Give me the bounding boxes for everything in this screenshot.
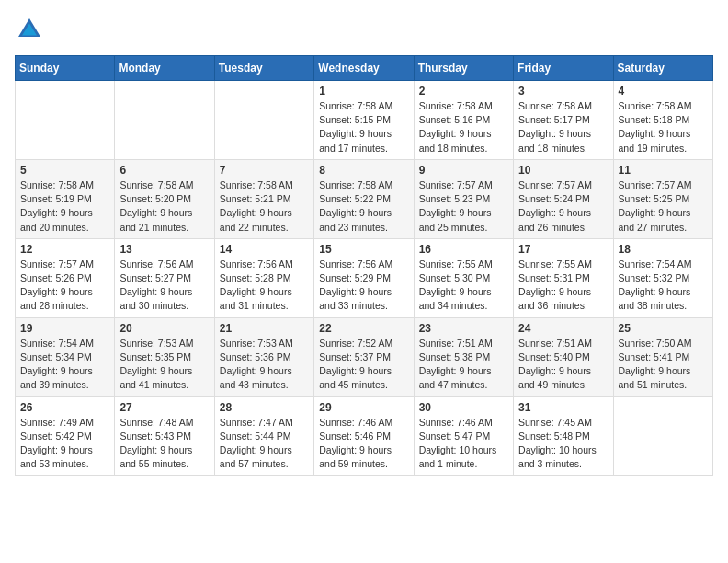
day-info: Sunrise: 7:58 AMSunset: 5:17 PMDaylight:…	[518, 99, 608, 155]
calendar-day-cell: 14Sunrise: 7:56 AMSunset: 5:28 PMDayligh…	[214, 238, 313, 317]
day-info: Sunrise: 7:56 AMSunset: 5:27 PMDaylight:…	[119, 258, 209, 314]
day-info: Sunrise: 7:57 AMSunset: 5:24 PMDaylight:…	[518, 178, 608, 235]
day-number: 4	[619, 85, 708, 98]
calendar-day-cell: 29Sunrise: 7:46 AMSunset: 5:46 PMDayligh…	[314, 396, 414, 476]
calendar-day-cell: 7Sunrise: 7:58 AMSunset: 5:21 PMDaylight…	[214, 159, 313, 238]
day-info: Sunrise: 7:58 AMSunset: 5:18 PMDaylight:…	[619, 99, 708, 155]
calendar-week-row: 19Sunrise: 7:54 AMSunset: 5:34 PMDayligh…	[16, 317, 713, 396]
calendar-day-cell: 10Sunrise: 7:57 AMSunset: 5:24 PMDayligh…	[514, 159, 613, 238]
day-number: 19	[20, 322, 109, 335]
day-number: 16	[419, 243, 508, 256]
day-of-week-header: Saturday	[613, 56, 712, 81]
day-number: 27	[119, 401, 209, 414]
day-info: Sunrise: 7:45 AMSunset: 5:48 PMDaylight:…	[518, 416, 608, 472]
day-number: 2	[419, 85, 508, 98]
calendar-day-cell: 15Sunrise: 7:56 AMSunset: 5:29 PMDayligh…	[314, 238, 414, 317]
calendar-day-cell: 11Sunrise: 7:57 AMSunset: 5:25 PMDayligh…	[613, 159, 712, 238]
day-info: Sunrise: 7:55 AMSunset: 5:30 PMDaylight:…	[419, 258, 508, 314]
day-number: 29	[319, 401, 408, 414]
day-of-week-header: Tuesday	[214, 56, 313, 81]
day-number: 25	[619, 322, 708, 335]
day-number: 30	[419, 401, 508, 414]
day-info: Sunrise: 7:51 AMSunset: 5:40 PMDaylight:…	[518, 337, 608, 393]
calendar-day-cell: 28Sunrise: 7:47 AMSunset: 5:44 PMDayligh…	[214, 396, 313, 476]
day-info: Sunrise: 7:58 AMSunset: 5:22 PMDaylight:…	[319, 178, 408, 235]
day-info: Sunrise: 7:58 AMSunset: 5:19 PMDaylight:…	[20, 178, 109, 235]
day-number: 1	[319, 85, 408, 98]
day-info: Sunrise: 7:56 AMSunset: 5:29 PMDaylight:…	[319, 258, 408, 314]
calendar-day-cell: 18Sunrise: 7:54 AMSunset: 5:32 PMDayligh…	[613, 238, 712, 317]
day-info: Sunrise: 7:57 AMSunset: 5:23 PMDaylight:…	[419, 178, 508, 235]
day-number: 3	[518, 85, 608, 98]
calendar-day-cell: 13Sunrise: 7:56 AMSunset: 5:27 PMDayligh…	[115, 238, 214, 317]
day-number: 21	[220, 322, 309, 335]
calendar-day-cell: 17Sunrise: 7:55 AMSunset: 5:31 PMDayligh…	[514, 238, 613, 317]
calendar-day-cell: 31Sunrise: 7:45 AMSunset: 5:48 PMDayligh…	[514, 396, 613, 476]
calendar-day-cell: 19Sunrise: 7:54 AMSunset: 5:34 PMDayligh…	[16, 317, 115, 396]
calendar-day-cell: 9Sunrise: 7:57 AMSunset: 5:23 PMDaylight…	[414, 159, 513, 238]
calendar-day-cell: 24Sunrise: 7:51 AMSunset: 5:40 PMDayligh…	[514, 317, 613, 396]
calendar-week-row: 5Sunrise: 7:58 AMSunset: 5:19 PMDaylight…	[16, 159, 713, 238]
day-number: 31	[518, 401, 608, 414]
day-number: 8	[319, 164, 408, 177]
day-info: Sunrise: 7:53 AMSunset: 5:35 PMDaylight:…	[119, 337, 209, 393]
day-number: 9	[419, 164, 508, 177]
day-info: Sunrise: 7:46 AMSunset: 5:46 PMDaylight:…	[319, 416, 408, 472]
calendar-day-cell: 6Sunrise: 7:58 AMSunset: 5:20 PMDaylight…	[115, 159, 214, 238]
day-info: Sunrise: 7:51 AMSunset: 5:38 PMDaylight:…	[419, 337, 508, 393]
day-of-week-header: Sunday	[16, 56, 115, 81]
calendar-day-cell: 3Sunrise: 7:58 AMSunset: 5:17 PMDaylight…	[514, 81, 613, 160]
calendar-week-row: 26Sunrise: 7:49 AMSunset: 5:42 PMDayligh…	[16, 396, 713, 476]
logo	[15, 15, 48, 44]
day-number: 14	[220, 243, 309, 256]
day-info: Sunrise: 7:50 AMSunset: 5:41 PMDaylight:…	[619, 337, 708, 393]
day-info: Sunrise: 7:58 AMSunset: 5:15 PMDaylight:…	[319, 99, 408, 155]
calendar-day-cell: 2Sunrise: 7:58 AMSunset: 5:16 PMDaylight…	[414, 81, 513, 160]
calendar-week-row: 1Sunrise: 7:58 AMSunset: 5:15 PMDaylight…	[16, 81, 713, 160]
day-info: Sunrise: 7:47 AMSunset: 5:44 PMDaylight:…	[220, 416, 309, 472]
calendar-header-row: SundayMondayTuesdayWednesdayThursdayFrid…	[16, 56, 713, 81]
day-of-week-header: Wednesday	[314, 56, 414, 81]
day-number: 7	[220, 164, 309, 177]
calendar-day-cell: 21Sunrise: 7:53 AMSunset: 5:36 PMDayligh…	[214, 317, 313, 396]
calendar-day-cell	[115, 81, 214, 160]
day-info: Sunrise: 7:54 AMSunset: 5:32 PMDaylight:…	[619, 258, 708, 314]
day-info: Sunrise: 7:53 AMSunset: 5:36 PMDaylight:…	[220, 337, 309, 393]
day-number: 20	[119, 322, 209, 335]
day-of-week-header: Thursday	[414, 56, 513, 81]
day-number: 6	[119, 164, 209, 177]
calendar-day-cell	[214, 81, 313, 160]
day-info: Sunrise: 7:56 AMSunset: 5:28 PMDaylight:…	[220, 258, 309, 314]
logo-icon	[15, 15, 44, 44]
day-number: 12	[20, 243, 109, 256]
day-of-week-header: Monday	[115, 56, 214, 81]
calendar-table: SundayMondayTuesdayWednesdayThursdayFrid…	[15, 55, 713, 476]
day-number: 18	[619, 243, 708, 256]
day-info: Sunrise: 7:58 AMSunset: 5:21 PMDaylight:…	[220, 178, 309, 235]
calendar-day-cell: 5Sunrise: 7:58 AMSunset: 5:19 PMDaylight…	[16, 159, 115, 238]
day-info: Sunrise: 7:58 AMSunset: 5:20 PMDaylight:…	[119, 178, 209, 235]
day-number: 15	[319, 243, 408, 256]
calendar-day-cell: 23Sunrise: 7:51 AMSunset: 5:38 PMDayligh…	[414, 317, 513, 396]
calendar-day-cell: 16Sunrise: 7:55 AMSunset: 5:30 PMDayligh…	[414, 238, 513, 317]
day-info: Sunrise: 7:58 AMSunset: 5:16 PMDaylight:…	[419, 99, 508, 155]
day-number: 10	[518, 164, 608, 177]
calendar-day-cell: 22Sunrise: 7:52 AMSunset: 5:37 PMDayligh…	[314, 317, 414, 396]
calendar-day-cell: 20Sunrise: 7:53 AMSunset: 5:35 PMDayligh…	[115, 317, 214, 396]
day-number: 28	[220, 401, 309, 414]
calendar-day-cell: 4Sunrise: 7:58 AMSunset: 5:18 PMDaylight…	[613, 81, 712, 160]
calendar-day-cell: 25Sunrise: 7:50 AMSunset: 5:41 PMDayligh…	[613, 317, 712, 396]
day-info: Sunrise: 7:57 AMSunset: 5:25 PMDaylight:…	[619, 178, 708, 235]
calendar-day-cell: 27Sunrise: 7:48 AMSunset: 5:43 PMDayligh…	[115, 396, 214, 476]
calendar-day-cell: 12Sunrise: 7:57 AMSunset: 5:26 PMDayligh…	[16, 238, 115, 317]
day-number: 23	[419, 322, 508, 335]
day-info: Sunrise: 7:57 AMSunset: 5:26 PMDaylight:…	[20, 258, 109, 314]
calendar-day-cell	[16, 81, 115, 160]
day-number: 13	[119, 243, 209, 256]
day-number: 24	[518, 322, 608, 335]
calendar-day-cell: 30Sunrise: 7:46 AMSunset: 5:47 PMDayligh…	[414, 396, 513, 476]
calendar-day-cell	[613, 396, 712, 476]
day-number: 17	[518, 243, 608, 256]
day-info: Sunrise: 7:54 AMSunset: 5:34 PMDaylight:…	[20, 337, 109, 393]
day-info: Sunrise: 7:46 AMSunset: 5:47 PMDaylight:…	[419, 416, 508, 472]
